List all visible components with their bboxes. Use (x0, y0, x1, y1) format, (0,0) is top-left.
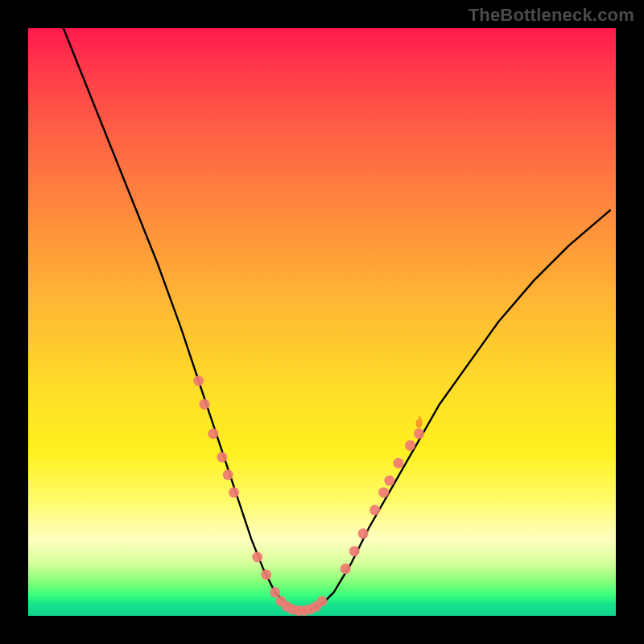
curve-marker (405, 440, 415, 451)
curve-marker (193, 376, 204, 386)
curve-marker (261, 569, 271, 580)
curve-marker (200, 399, 210, 410)
curve-marker (414, 428, 424, 439)
curve-layer (28, 28, 616, 616)
curve-marker (217, 452, 227, 462)
curve-marker (208, 428, 218, 439)
curve-marker (358, 528, 369, 539)
marker-group (193, 376, 424, 616)
flame-icon-path (416, 416, 422, 428)
curve-marker (252, 552, 262, 563)
chart-frame: TheBottleneck.com (0, 0, 644, 644)
curve-marker (229, 487, 239, 497)
plot-area (28, 28, 616, 616)
curve-marker (369, 505, 380, 515)
curve-marker (341, 564, 351, 574)
curve-marker (317, 596, 328, 606)
curve-marker (393, 458, 403, 469)
curve-marker (270, 587, 280, 597)
watermark-text: TheBottleneck.com (469, 5, 634, 26)
flame-icon (416, 416, 422, 428)
curve-marker (384, 476, 394, 486)
bottleneck-curve (64, 28, 610, 610)
curve-marker (349, 546, 360, 556)
curve-marker (378, 487, 389, 497)
curve-marker (223, 469, 233, 480)
